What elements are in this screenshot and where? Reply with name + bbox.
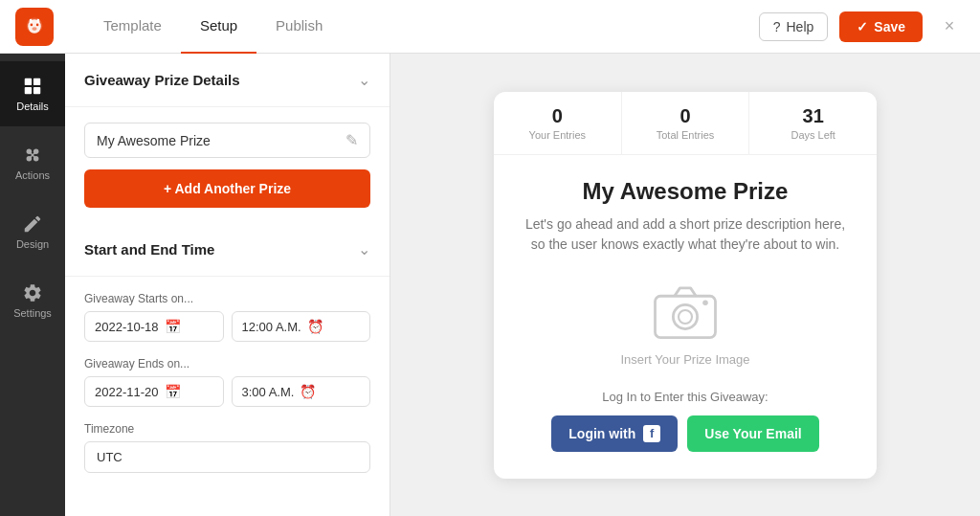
end-date-value: 2022-11-20 — [95, 385, 159, 399]
logo-icon — [22, 14, 47, 39]
giveaway-starts-label: Giveaway Starts on... — [84, 292, 370, 305]
svg-rect-10 — [33, 87, 40, 94]
start-date-value: 2022-10-18 — [95, 320, 159, 334]
giveaway-ends-label: Giveaway Ends on... — [84, 357, 370, 370]
nav-tabs: Template Setup Publish — [84, 0, 736, 54]
top-nav: Template Setup Publish ? Help ✓ Save × — [0, 0, 980, 54]
prize-details-content: My Awesome Prize ✎ + Add Another Prize — [65, 107, 390, 223]
start-end-time-section-header[interactable]: Start and End Time ⌄ — [65, 223, 390, 277]
svg-rect-7 — [25, 79, 32, 85]
settings-icon — [22, 282, 43, 303]
preview-body: My Awesome Prize Let's go ahead and add … — [494, 155, 877, 479]
sidebar: Details Actions Design Settings — [0, 54, 65, 516]
tab-setup[interactable]: Setup — [181, 0, 256, 54]
help-button[interactable]: ? Help — [759, 12, 829, 41]
save-label: Save — [874, 19, 905, 34]
stat-total-entries: 0 Total Entries — [622, 92, 750, 154]
close-button[interactable]: × — [934, 11, 965, 42]
start-end-chevron-icon: ⌄ — [358, 240, 370, 258]
add-prize-button[interactable]: + Add Another Prize — [84, 169, 370, 208]
stat-your-entries: 0 Your Entries — [494, 92, 622, 154]
facebook-icon: f — [643, 425, 660, 442]
sidebar-actions-label: Actions — [15, 169, 50, 181]
svg-point-20 — [702, 300, 708, 305]
start-time-input[interactable]: 12:00 A.M. ⏰ — [232, 311, 371, 342]
stat-days-left: 31 Days Left — [749, 92, 877, 154]
total-entries-label: Total Entries — [630, 129, 742, 141]
design-icon — [22, 213, 43, 235]
help-label: Help — [787, 19, 814, 34]
prize-name-row: My Awesome Prize ✎ — [84, 123, 370, 158]
sidebar-details-label: Details — [16, 101, 49, 112]
camera-icon — [652, 282, 719, 340]
calendar-icon: 📅 — [165, 319, 181, 334]
panel: Giveaway Prize Details ⌄ My Awesome Priz… — [65, 54, 390, 516]
svg-rect-5 — [30, 18, 33, 23]
days-left-label: Days Left — [757, 129, 869, 141]
svg-rect-8 — [33, 79, 40, 85]
login-with-label: Login with — [568, 426, 635, 441]
edit-icon[interactable]: ✎ — [345, 131, 358, 149]
days-left-value: 31 — [757, 105, 869, 127]
sidebar-item-settings[interactable]: Settings — [0, 268, 65, 333]
end-time-value: 3:00 A.M. — [242, 385, 295, 399]
sidebar-item-actions[interactable]: Actions — [0, 130, 65, 195]
clock-icon-2: ⏰ — [300, 384, 316, 399]
svg-point-3 — [36, 23, 39, 26]
details-icon — [22, 76, 43, 97]
login-section-label: Log In to Enter this Giveaway: — [524, 390, 846, 404]
check-icon: ✓ — [857, 19, 868, 34]
end-date-input[interactable]: 2022-11-20 📅 — [84, 376, 224, 407]
sidebar-item-details[interactable]: Details — [0, 61, 65, 126]
svg-point-2 — [31, 23, 33, 26]
sidebar-settings-label: Settings — [13, 307, 52, 319]
end-time-input[interactable]: 3:00 A.M. ⏰ — [232, 376, 371, 407]
end-date-time-row: 2022-11-20 📅 3:00 A.M. ⏰ — [84, 376, 370, 407]
sidebar-item-design[interactable]: Design — [0, 199, 65, 264]
actions-icon — [22, 145, 43, 166]
main-layout: Details Actions Design Settings — [0, 54, 980, 516]
start-date-input[interactable]: 2022-10-18 📅 — [84, 311, 224, 342]
total-entries-value: 0 — [630, 105, 742, 127]
svg-point-19 — [679, 309, 692, 323]
start-end-time-title: Start and End Time — [84, 241, 214, 258]
prize-details-chevron-icon: ⌄ — [358, 71, 370, 89]
save-button[interactable]: ✓ Save — [839, 11, 923, 42]
preview-area: 0 Your Entries 0 Total Entries 31 Days L… — [390, 54, 980, 516]
timezone-label: Timezone — [84, 422, 370, 436]
tab-publish[interactable]: Publish — [256, 0, 342, 54]
prize-image-placeholder[interactable] — [647, 278, 724, 345]
preview-prize-title: My Awesome Prize — [524, 178, 846, 205]
help-icon: ? — [773, 19, 781, 34]
preview-description: Let's go ahead and add a short prize des… — [524, 214, 846, 255]
prize-name-text: My Awesome Prize — [97, 133, 211, 148]
start-end-time-content: Giveaway Starts on... 2022-10-18 📅 12:00… — [65, 277, 390, 488]
svg-point-18 — [673, 304, 697, 328]
your-entries-label: Your Entries — [501, 129, 613, 141]
prize-details-title: Giveaway Prize Details — [84, 72, 240, 88]
svg-rect-6 — [37, 18, 40, 23]
clock-icon: ⏰ — [307, 319, 323, 334]
your-entries-value: 0 — [501, 105, 613, 127]
start-date-time-row: 2022-10-18 📅 12:00 A.M. ⏰ — [84, 311, 370, 342]
timezone-input[interactable]: UTC — [84, 441, 370, 473]
svg-point-4 — [32, 27, 36, 31]
email-login-button[interactable]: Use Your Email — [687, 415, 818, 452]
sidebar-design-label: Design — [16, 238, 49, 250]
insert-image-text: Insert Your Prize Image — [524, 352, 846, 367]
facebook-login-button[interactable]: Login with f — [551, 415, 678, 452]
calendar-icon-2: 📅 — [165, 384, 181, 399]
tab-template[interactable]: Template — [84, 0, 181, 54]
prize-details-section-header[interactable]: Giveaway Prize Details ⌄ — [65, 54, 390, 107]
preview-card: 0 Your Entries 0 Total Entries 31 Days L… — [494, 92, 877, 479]
start-time-value: 12:00 A.M. — [242, 320, 301, 334]
preview-stats: 0 Your Entries 0 Total Entries 31 Days L… — [494, 92, 877, 155]
login-section: Log In to Enter this Giveaway: Login wit… — [524, 390, 846, 452]
svg-rect-9 — [25, 87, 32, 94]
nav-right: ? Help ✓ Save × — [759, 11, 965, 42]
login-buttons: Login with f Use Your Email — [524, 415, 846, 452]
logo — [15, 8, 54, 46]
